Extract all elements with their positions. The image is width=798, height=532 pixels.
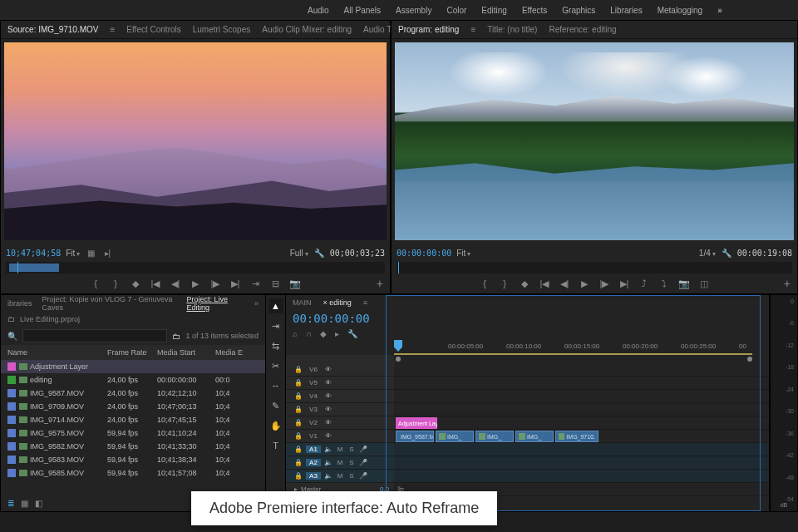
visibility-icon[interactable]: 👁 <box>324 366 332 373</box>
ws-effects[interactable]: Effects <box>522 6 547 15</box>
col-framerate[interactable]: Frame Rate <box>107 348 157 357</box>
video-clip[interactable]: IMG_ <box>475 431 514 442</box>
track-label[interactable]: V2 <box>306 419 321 426</box>
visibility-icon[interactable]: 👁 <box>324 406 332 413</box>
lock-icon[interactable]: 🔒 <box>294 406 303 413</box>
tab-proj1[interactable]: Project: Kopie von VLOG 7 - Genuveva Cav… <box>42 295 177 312</box>
video-clip[interactable]: IMG_9587.MO <box>396 431 434 442</box>
solo-button[interactable]: S <box>347 446 356 453</box>
audio-icon[interactable]: 🔈 <box>324 446 332 453</box>
selection-tool-icon[interactable]: ▲ <box>268 298 283 313</box>
folder-icon[interactable]: 🗀 <box>172 332 180 341</box>
marker-dot[interactable] <box>747 357 752 362</box>
tab-editing-seq[interactable]: × editing <box>323 298 352 307</box>
ripple-edit-tool-icon[interactable]: ⇆ <box>268 338 283 353</box>
track-header[interactable]: 🔒A2🔈MS🎤 <box>286 456 394 469</box>
playhead-icon[interactable] <box>394 340 402 352</box>
icon-view-icon[interactable]: ▦ <box>21 499 28 508</box>
audio-icon[interactable]: 🔈 <box>324 459 332 466</box>
go-out-icon[interactable]: ▶| <box>229 278 241 289</box>
track-header[interactable]: 🔒V2👁 <box>286 416 394 429</box>
source-out-timecode[interactable]: 00;00;03;23 <box>330 249 385 258</box>
track-label[interactable]: A1 <box>306 446 321 453</box>
program-zoom-dropdown[interactable]: 1/4 <box>699 249 716 258</box>
visibility-icon[interactable]: 👁 <box>324 379 332 387</box>
source-zoom-dropdown[interactable]: Full <box>290 249 308 258</box>
visibility-icon[interactable]: 👁 <box>324 432 332 440</box>
solo-button[interactable]: S <box>347 472 356 480</box>
tab-source[interactable]: Source: IMG_9710.MOV <box>7 25 99 34</box>
col-mediastart[interactable]: Media Start <box>157 348 215 357</box>
lock-icon[interactable]: 🔒 <box>294 432 303 440</box>
video-clip[interactable]: IMG_ <box>515 431 554 442</box>
record-icon[interactable]: 🎤 <box>359 472 367 480</box>
razor-tool-icon[interactable]: ✂ <box>268 358 283 373</box>
insert-icon[interactable]: ⇥ <box>249 278 261 289</box>
track-lane[interactable] <box>394 390 769 402</box>
source-monitor[interactable] <box>4 42 387 240</box>
tabs-overflow-icon[interactable]: » <box>254 299 259 308</box>
mark-out-icon[interactable]: } <box>110 278 121 289</box>
solo-button[interactable]: S <box>347 459 356 466</box>
comparison-icon[interactable]: ◫ <box>698 278 710 289</box>
track-label[interactable]: A3 <box>306 472 321 480</box>
table-row[interactable]: IMG_9582.MOV 59,94 fps 10;41;33;30 10;4 <box>1 440 265 453</box>
source-settings-icon[interactable]: ▸| <box>101 247 113 259</box>
track-lane[interactable] <box>394 403 769 416</box>
play-icon[interactable]: ▶ <box>579 278 590 289</box>
lock-icon[interactable]: 🔒 <box>294 392 303 400</box>
timeline-timecode[interactable]: 00:00:00:00 <box>293 312 370 325</box>
program-in-timecode[interactable]: 00:00:00:00 <box>397 249 451 258</box>
program-out-timecode[interactable]: 00:00:19:08 <box>737 249 792 258</box>
visibility-icon[interactable]: 👁 <box>324 419 332 426</box>
track-select-tool-icon[interactable]: ⇥ <box>268 318 283 333</box>
track-label[interactable]: A2 <box>306 459 321 466</box>
table-row[interactable]: IMG_9714.MOV 24,00 fps 10;47;45;15 10;4 <box>1 413 265 426</box>
go-out-icon[interactable]: ▶| <box>618 278 630 289</box>
source-fit-dropdown[interactable]: Fit <box>66 249 80 258</box>
program-fit-dropdown[interactable]: Fit <box>456 249 470 258</box>
wrench-icon[interactable]: 🔧 <box>347 329 357 338</box>
program-monitor[interactable] <box>395 42 794 240</box>
table-row[interactable]: Adjustment Layer <box>1 360 265 373</box>
overwrite-icon[interactable]: ⊟ <box>269 278 281 289</box>
lock-icon[interactable]: 🔒 <box>294 472 303 480</box>
tab-main-seq[interactable]: MAIN <box>293 298 312 307</box>
ws-graphics[interactable]: Graphics <box>562 6 595 15</box>
wrench-icon[interactable]: 🔧 <box>313 247 325 259</box>
step-fwd-icon[interactable]: |▶ <box>598 278 610 289</box>
tab-libraries[interactable]: ibraries <box>7 299 32 308</box>
track-lane[interactable]: Adjustment Layer <box>394 416 769 429</box>
track-header[interactable]: 🔒V5👁 <box>286 377 394 389</box>
track-header[interactable]: 🔒V4👁 <box>286 390 394 402</box>
lock-icon[interactable]: 🔒 <box>294 446 303 453</box>
ws-allpanels[interactable]: All Panels <box>344 6 381 15</box>
export-frame-icon[interactable]: 📷 <box>678 278 690 289</box>
seq-menu-icon[interactable]: ≡ <box>363 298 367 307</box>
track-label[interactable]: V3 <box>306 406 321 413</box>
record-icon[interactable]: 🎤 <box>359 446 367 453</box>
mute-button[interactable]: M <box>336 446 344 453</box>
pen-tool-icon[interactable]: ✎ <box>268 398 283 413</box>
play-icon[interactable]: ▶ <box>190 278 201 289</box>
lift-icon[interactable]: ⤴ <box>638 278 650 289</box>
bin-icon[interactable]: 🗀 <box>7 315 15 323</box>
tab-proj2[interactable]: Project: Live Editing <box>186 295 244 312</box>
visibility-icon[interactable]: 👁 <box>324 392 332 400</box>
tab-program[interactable]: Program: editing <box>398 25 459 34</box>
ws-metalogging[interactable]: Metalogging <box>658 6 702 15</box>
video-clip[interactable]: IMG_ <box>436 431 474 442</box>
program-menu-icon[interactable]: ≡ <box>470 25 475 34</box>
marker-icon[interactable]: ◆ <box>130 278 141 289</box>
tab-reference[interactable]: Reference: editing <box>549 25 616 34</box>
ws-assembly[interactable]: Assembly <box>396 6 431 15</box>
track-label[interactable]: V4 <box>306 392 321 400</box>
track-header[interactable]: 🔒V3👁 <box>286 403 394 416</box>
wrench-icon[interactable]: 🔧 <box>721 247 732 259</box>
step-back-icon[interactable]: ◀| <box>559 278 570 289</box>
table-row[interactable]: IMG_9575.MOV 59,94 fps 10;41;10;24 10;4 <box>1 426 265 440</box>
tab-effect-controls[interactable]: Effect Controls <box>126 25 180 34</box>
adjustment-layer-clip[interactable]: Adjustment Layer <box>396 417 437 429</box>
marker-add-icon[interactable]: ◆ <box>320 329 327 338</box>
video-track[interactable]: 🔒V4👁 <box>286 390 769 403</box>
